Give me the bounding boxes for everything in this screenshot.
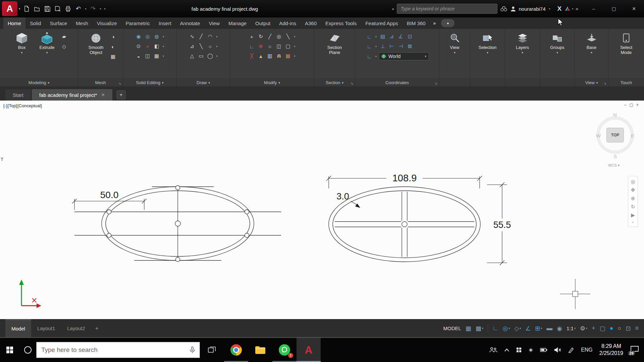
taskbar-search-box[interactable] (36, 342, 200, 358)
modify-caret-icon-3[interactable]: ▾ (293, 55, 297, 58)
pen-tray-icon[interactable] (568, 347, 574, 353)
isometric-drafting-button[interactable]: ◇▾ (514, 325, 521, 332)
draw-caret-icon-2[interactable]: ▾ (215, 45, 219, 48)
viewcube-north[interactable]: N (613, 112, 617, 118)
status-menu-button[interactable]: ≡ (635, 325, 639, 332)
autocad-taskbar-button[interactable]: A (297, 338, 321, 362)
ucs-caret-icon[interactable]: ▾ (374, 35, 378, 38)
lengthen-tool-icon[interactable]: ⋒ (275, 52, 283, 60)
scale-caret-icon[interactable]: ▾ (574, 327, 576, 330)
pan-icon[interactable]: ✥ (631, 187, 635, 192)
modify-caret-icon-2[interactable]: ▾ (293, 45, 297, 48)
dimension-50[interactable] (72, 199, 147, 210)
trim-tool-icon[interactable]: ╱ (266, 33, 274, 40)
mesh-smooth-more-icon[interactable]: ▦ (109, 53, 117, 60)
settings-sync-tray-icon[interactable]: ∗ (528, 346, 533, 354)
ribbon-tab-a360[interactable]: A360 (301, 17, 321, 29)
slice-tool-icon[interactable]: ◫ (144, 52, 152, 60)
panel-label-modify[interactable]: Modify ▾ (230, 78, 314, 86)
application-menu-caret-icon[interactable]: ▾ (19, 7, 20, 10)
viewcube[interactable]: N W TOP E S WCS ▾ (589, 111, 642, 173)
ribbon-tab-solid[interactable]: Solid (25, 17, 45, 29)
file-tab-close-icon[interactable]: ✕ (101, 92, 105, 98)
coordinates-dialog-launcher-icon[interactable]: ↘ (435, 81, 437, 85)
model-paper-toggle[interactable]: MODEL (443, 325, 461, 331)
file-tab-start[interactable]: Start (5, 89, 31, 101)
arc-tool-icon[interactable]: ◠ (206, 33, 214, 40)
draw-caret-icon-1[interactable]: ▾ (215, 35, 219, 38)
ribbon-tab-visualize[interactable]: Visualize (93, 17, 121, 29)
new-file-button[interactable] (22, 4, 31, 13)
xline-tool-icon[interactable]: ╲ (197, 43, 205, 50)
undo-button[interactable]: ↶ (74, 4, 83, 13)
draw-caret-icon-3[interactable]: ▾ (215, 55, 219, 58)
viewport-close-icon[interactable]: × (636, 103, 639, 107)
search-binoculars-icon[interactable] (500, 6, 507, 12)
viewcube-west[interactable]: W (596, 133, 601, 138)
open-file-button[interactable] (32, 4, 42, 13)
plot-button[interactable] (63, 4, 73, 13)
redo-button[interactable]: ↷ (89, 4, 98, 13)
copy-tool-icon[interactable]: ▢ (284, 43, 292, 50)
task-view-button[interactable] (200, 338, 224, 362)
fullscreen-button[interactable]: ⊡ (626, 325, 631, 332)
ribbon-tab-view[interactable]: View (205, 17, 224, 29)
zoom-icon[interactable]: ⊕ (631, 196, 635, 201)
presspull-tool-icon[interactable]: ◇ (60, 43, 68, 50)
erase-tool-icon[interactable]: ╳ (248, 52, 256, 60)
customization-gear-button[interactable]: ⚙▾ (580, 325, 587, 332)
selection-cycling-button[interactable]: ◉ (557, 325, 562, 332)
ucs-zaxis-icon[interactable]: ⊥ (379, 43, 387, 50)
viewport-controls-menu[interactable]: [-] (3, 103, 7, 108)
ucs-origin-caret-icon[interactable]: ▾ (374, 45, 378, 48)
select-mode-button[interactable]: Select Mode (614, 30, 638, 78)
ucs-object-icon[interactable]: ∠ (397, 33, 405, 40)
undo-caret-icon[interactable]: ▾ (84, 7, 88, 10)
dimension-3[interactable] (351, 201, 360, 208)
mesh-add-crease-icon[interactable]: ◐ (109, 43, 117, 50)
panel-label-section[interactable]: Section ▾ ↘ (314, 78, 355, 86)
extrude-button[interactable]: Extrude ▾ (35, 30, 59, 78)
annotation-scale-button[interactable]: 1:1▾ (567, 325, 576, 331)
rect-array-tool-icon[interactable]: ▦ (284, 52, 292, 60)
polar-caret-icon[interactable]: ▾ (508, 327, 510, 330)
search-expand-icon[interactable]: ▸ (392, 7, 394, 11)
taper-face-icon[interactable]: × (144, 43, 152, 50)
right-ellipse-drawing[interactable] (329, 187, 480, 262)
status-add-button[interactable]: + (592, 325, 595, 332)
people-tray-icon[interactable] (489, 347, 497, 353)
viewcube-south[interactable]: S (613, 154, 617, 159)
redo-caret-icon[interactable]: ▾ (99, 7, 102, 10)
viewport-visual-style-menu[interactable]: [Conceptual] (17, 103, 42, 108)
array-tool-icon[interactable]: ▥ (266, 52, 274, 60)
ribbon-tab-annotate[interactable]: Annotate (176, 17, 205, 29)
ribbon-tab-output[interactable]: Output (251, 17, 275, 29)
modify-caret-icon-1[interactable]: ▾ (293, 35, 297, 38)
separate-tool-icon[interactable]: ◒ (135, 52, 143, 60)
qat-customize-caret-icon[interactable]: ▾ (103, 7, 107, 10)
ribbon-tab-surface[interactable]: Surface (45, 17, 71, 29)
smooth-object-button[interactable]: Smooth Object (84, 30, 108, 78)
fillet-tool-icon[interactable]: ∟ (248, 43, 256, 50)
ucs-axis-icon[interactable] (19, 280, 41, 308)
ucs-face-icon[interactable]: ⊡ (406, 33, 414, 40)
scale-tool-icon[interactable]: ○ (266, 43, 274, 50)
viewcube-wcs-menu[interactable]: WCS ▾ (608, 163, 620, 168)
base-button[interactable]: Base ▾ (580, 30, 604, 78)
groups-panel-button[interactable]: Groups ▾ (545, 30, 570, 78)
volume-muted-tray-icon[interactable] (554, 347, 561, 353)
orbit-icon[interactable]: ↻ (631, 204, 635, 209)
viewcube-east[interactable]: E (631, 133, 634, 139)
whatsapp-taskbar-button[interactable]: ! (272, 338, 297, 362)
ribbon-tab-overflow-button[interactable]: » (430, 17, 439, 29)
ucs-origin-icon[interactable]: ∟ (365, 43, 373, 50)
mirror-tool-icon[interactable]: ╲ (284, 33, 292, 40)
panel-label-modeling[interactable]: Modeling ▾ (0, 78, 78, 86)
clean-screen-button[interactable]: ▢ (600, 325, 605, 332)
language-indicator[interactable]: ENG (581, 347, 593, 353)
file-explorer-taskbar-button[interactable] (248, 338, 272, 362)
ribbon-tab-home[interactable]: Home (3, 17, 25, 29)
new-layout-button[interactable]: + (91, 325, 103, 332)
exchange-apps-icon[interactable] (564, 6, 571, 12)
lineweight-button[interactable]: ▬ (546, 325, 552, 332)
